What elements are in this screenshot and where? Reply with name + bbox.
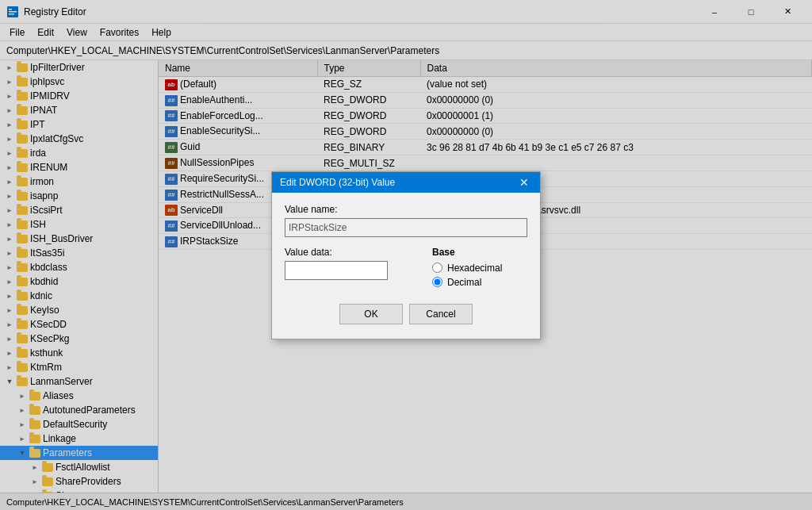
dialog-buttons: OK Cancel bbox=[285, 304, 527, 328]
hexadecimal-radio-label[interactable]: Hexadecimal bbox=[432, 263, 527, 274]
dialog-body: Value name: Value data: Base Hexadecimal bbox=[272, 193, 540, 339]
dialog-title: Edit DWORD (32-bit) Value bbox=[280, 177, 395, 188]
value-data-area: Value data: bbox=[285, 247, 419, 280]
hexadecimal-label: Hexadecimal bbox=[447, 263, 502, 274]
dialog-close-button[interactable]: ✕ bbox=[516, 177, 532, 188]
value-data-input[interactable] bbox=[285, 261, 388, 280]
edit-dword-dialog: Edit DWORD (32-bit) Value ✕ Value name: … bbox=[271, 171, 541, 339]
value-name-label: Value name: bbox=[285, 204, 527, 215]
dialog-title-bar: Edit DWORD (32-bit) Value ✕ bbox=[272, 172, 540, 193]
decimal-label: Decimal bbox=[447, 277, 481, 288]
value-data-label: Value data: bbox=[285, 247, 419, 258]
decimal-radio-label[interactable]: Decimal bbox=[432, 277, 527, 288]
value-name-input[interactable] bbox=[285, 218, 527, 237]
cancel-button[interactable]: Cancel bbox=[409, 304, 473, 324]
decimal-radio[interactable] bbox=[432, 277, 442, 287]
base-area: Base Hexadecimal Decimal bbox=[432, 247, 527, 291]
ok-button[interactable]: OK bbox=[339, 304, 403, 324]
dialog-value-row: Value data: Base Hexadecimal Decimal bbox=[285, 247, 527, 291]
hexadecimal-radio[interactable] bbox=[432, 263, 442, 273]
base-label: Base bbox=[432, 247, 527, 258]
dialog-overlay: Edit DWORD (32-bit) Value ✕ Value name: … bbox=[0, 0, 812, 510]
